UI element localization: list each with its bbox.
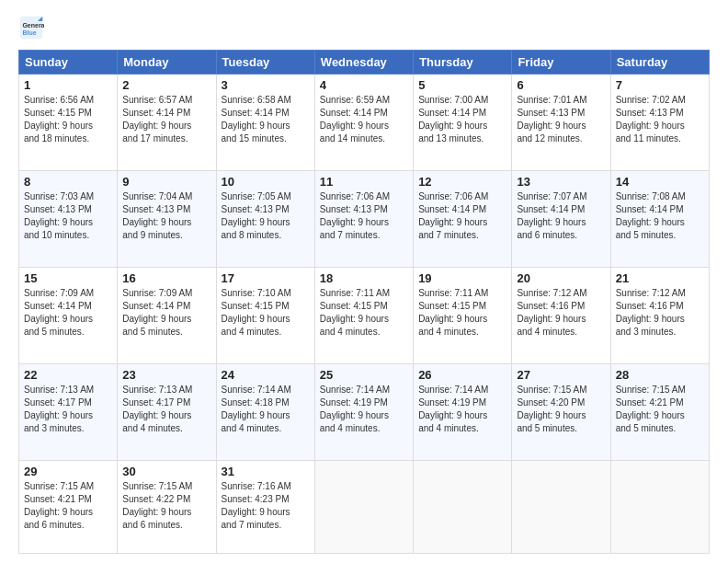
cell-content: Sunrise: 7:14 AM Sunset: 4:19 PM Dayligh… xyxy=(320,384,408,435)
day-number: 11 xyxy=(320,175,408,189)
cell-content: Sunrise: 7:13 AM Sunset: 4:17 PM Dayligh… xyxy=(24,384,112,435)
day-number: 2 xyxy=(122,78,210,92)
weekday-header: Friday xyxy=(512,51,610,75)
cell-content: Sunrise: 6:59 AM Sunset: 4:14 PM Dayligh… xyxy=(320,94,408,145)
cell-content: Sunrise: 7:04 AM Sunset: 4:13 PM Dayligh… xyxy=(122,190,210,242)
day-number: 7 xyxy=(616,78,704,92)
day-number: 8 xyxy=(24,175,112,189)
calendar-week-row: 29Sunrise: 7:15 AM Sunset: 4:21 PM Dayli… xyxy=(19,460,710,553)
svg-text:General: General xyxy=(22,22,44,29)
calendar-header-row: SundayMondayTuesdayWednesdayThursdayFrid… xyxy=(19,51,710,75)
calendar-cell: 24Sunrise: 7:14 AM Sunset: 4:18 PM Dayli… xyxy=(216,363,314,460)
calendar-cell: 28Sunrise: 7:15 AM Sunset: 4:21 PM Dayli… xyxy=(610,363,709,460)
cell-content: Sunrise: 7:06 AM Sunset: 4:14 PM Dayligh… xyxy=(418,190,506,242)
day-number: 21 xyxy=(616,271,704,285)
cell-content: Sunrise: 7:11 AM Sunset: 4:15 PM Dayligh… xyxy=(320,287,408,339)
cell-content: Sunrise: 6:58 AM Sunset: 4:14 PM Dayligh… xyxy=(222,94,310,145)
cell-content: Sunrise: 7:02 AM Sunset: 4:13 PM Dayligh… xyxy=(616,94,704,145)
cell-content: Sunrise: 7:14 AM Sunset: 4:18 PM Dayligh… xyxy=(222,384,310,435)
cell-content: Sunrise: 7:06 AM Sunset: 4:13 PM Dayligh… xyxy=(320,190,408,242)
calendar-cell: 6Sunrise: 7:01 AM Sunset: 4:13 PM Daylig… xyxy=(512,75,610,171)
cell-content: Sunrise: 7:12 AM Sunset: 4:16 PM Dayligh… xyxy=(616,287,704,339)
svg-text:Blue: Blue xyxy=(22,29,36,36)
calendar-cell: 4Sunrise: 6:59 AM Sunset: 4:14 PM Daylig… xyxy=(314,75,413,171)
cell-content: Sunrise: 7:00 AM Sunset: 4:14 PM Dayligh… xyxy=(418,94,506,145)
calendar-cell: 19Sunrise: 7:11 AM Sunset: 4:15 PM Dayli… xyxy=(414,267,512,363)
cell-content: Sunrise: 7:15 AM Sunset: 4:21 PM Dayligh… xyxy=(616,384,704,435)
calendar-week-row: 22Sunrise: 7:13 AM Sunset: 4:17 PM Dayli… xyxy=(19,363,710,460)
calendar-cell: 30Sunrise: 7:15 AM Sunset: 4:22 PM Dayli… xyxy=(118,460,216,553)
calendar-cell: 25Sunrise: 7:14 AM Sunset: 4:19 PM Dayli… xyxy=(314,363,413,460)
day-number: 9 xyxy=(122,175,210,189)
day-number: 30 xyxy=(122,465,210,478)
day-number: 3 xyxy=(222,78,310,92)
calendar-cell: 2Sunrise: 6:57 AM Sunset: 4:14 PM Daylig… xyxy=(118,75,216,171)
cell-content: Sunrise: 7:03 AM Sunset: 4:13 PM Dayligh… xyxy=(24,190,112,242)
cell-content: Sunrise: 7:10 AM Sunset: 4:15 PM Dayligh… xyxy=(222,287,310,339)
calendar-cell: 5Sunrise: 7:00 AM Sunset: 4:14 PM Daylig… xyxy=(414,75,512,171)
calendar-cell: 9Sunrise: 7:04 AM Sunset: 4:13 PM Daylig… xyxy=(118,170,216,267)
weekday-header: Monday xyxy=(118,51,216,75)
weekday-header: Tuesday xyxy=(216,51,314,75)
cell-content: Sunrise: 7:15 AM Sunset: 4:20 PM Dayligh… xyxy=(517,384,605,435)
calendar-cell: 10Sunrise: 7:05 AM Sunset: 4:13 PM Dayli… xyxy=(216,170,314,267)
calendar-cell: 13Sunrise: 7:07 AM Sunset: 4:14 PM Dayli… xyxy=(512,170,610,267)
cell-content: Sunrise: 7:09 AM Sunset: 4:14 PM Dayligh… xyxy=(122,287,210,339)
day-number: 25 xyxy=(320,368,408,382)
day-number: 4 xyxy=(320,78,408,92)
calendar-cell xyxy=(314,460,413,553)
day-number: 29 xyxy=(24,465,112,478)
page: General Blue SundayMondayTuesdayWednesda… xyxy=(0,0,728,563)
cell-content: Sunrise: 7:14 AM Sunset: 4:19 PM Dayligh… xyxy=(418,384,506,435)
day-number: 13 xyxy=(517,175,605,189)
day-number: 10 xyxy=(222,175,310,189)
cell-content: Sunrise: 7:16 AM Sunset: 4:23 PM Dayligh… xyxy=(222,480,310,532)
cell-content: Sunrise: 7:05 AM Sunset: 4:13 PM Dayligh… xyxy=(222,190,310,242)
weekday-header: Saturday xyxy=(610,51,709,75)
calendar-cell: 3Sunrise: 6:58 AM Sunset: 4:14 PM Daylig… xyxy=(216,75,314,171)
calendar-cell: 18Sunrise: 7:11 AM Sunset: 4:15 PM Dayli… xyxy=(314,267,413,363)
logo: General Blue xyxy=(18,15,48,40)
calendar-cell: 1Sunrise: 6:56 AM Sunset: 4:15 PM Daylig… xyxy=(19,75,118,171)
day-number: 26 xyxy=(418,368,506,382)
calendar-cell xyxy=(414,460,512,553)
day-number: 24 xyxy=(222,368,310,382)
day-number: 22 xyxy=(24,368,112,382)
calendar-cell: 29Sunrise: 7:15 AM Sunset: 4:21 PM Dayli… xyxy=(19,460,118,553)
cell-content: Sunrise: 6:56 AM Sunset: 4:15 PM Dayligh… xyxy=(24,94,112,145)
day-number: 31 xyxy=(222,465,310,478)
calendar-cell: 15Sunrise: 7:09 AM Sunset: 4:14 PM Dayli… xyxy=(19,267,118,363)
cell-content: Sunrise: 7:09 AM Sunset: 4:14 PM Dayligh… xyxy=(24,287,112,339)
calendar-cell: 17Sunrise: 7:10 AM Sunset: 4:15 PM Dayli… xyxy=(216,267,314,363)
cell-content: Sunrise: 7:15 AM Sunset: 4:21 PM Dayligh… xyxy=(24,480,112,532)
day-number: 27 xyxy=(517,368,605,382)
calendar-cell: 22Sunrise: 7:13 AM Sunset: 4:17 PM Dayli… xyxy=(19,363,118,460)
day-number: 1 xyxy=(24,78,112,92)
day-number: 5 xyxy=(418,78,506,92)
cell-content: Sunrise: 7:15 AM Sunset: 4:22 PM Dayligh… xyxy=(122,480,210,532)
calendar-cell xyxy=(512,460,610,553)
calendar-cell: 20Sunrise: 7:12 AM Sunset: 4:16 PM Dayli… xyxy=(512,267,610,363)
day-number: 15 xyxy=(24,271,112,285)
calendar-cell: 27Sunrise: 7:15 AM Sunset: 4:20 PM Dayli… xyxy=(512,363,610,460)
weekday-header: Thursday xyxy=(414,51,512,75)
day-number: 6 xyxy=(517,78,605,92)
calendar-cell: 7Sunrise: 7:02 AM Sunset: 4:13 PM Daylig… xyxy=(610,75,709,171)
calendar-cell: 14Sunrise: 7:08 AM Sunset: 4:14 PM Dayli… xyxy=(610,170,709,267)
day-number: 17 xyxy=(222,271,310,285)
calendar-cell: 21Sunrise: 7:12 AM Sunset: 4:16 PM Dayli… xyxy=(610,267,709,363)
cell-content: Sunrise: 6:57 AM Sunset: 4:14 PM Dayligh… xyxy=(122,94,210,145)
cell-content: Sunrise: 7:13 AM Sunset: 4:17 PM Dayligh… xyxy=(122,384,210,435)
calendar-cell: 26Sunrise: 7:14 AM Sunset: 4:19 PM Dayli… xyxy=(414,363,512,460)
cell-content: Sunrise: 7:12 AM Sunset: 4:16 PM Dayligh… xyxy=(517,287,605,339)
day-number: 20 xyxy=(517,271,605,285)
cell-content: Sunrise: 7:07 AM Sunset: 4:14 PM Dayligh… xyxy=(517,190,605,242)
calendar-cell: 11Sunrise: 7:06 AM Sunset: 4:13 PM Dayli… xyxy=(314,170,413,267)
weekday-header: Wednesday xyxy=(314,51,413,75)
cell-content: Sunrise: 7:11 AM Sunset: 4:15 PM Dayligh… xyxy=(418,287,506,339)
cell-content: Sunrise: 7:01 AM Sunset: 4:13 PM Dayligh… xyxy=(517,94,605,145)
calendar-cell: 16Sunrise: 7:09 AM Sunset: 4:14 PM Dayli… xyxy=(118,267,216,363)
calendar-week-row: 1Sunrise: 6:56 AM Sunset: 4:15 PM Daylig… xyxy=(19,75,710,171)
logo-icon: General Blue xyxy=(18,15,44,40)
calendar-cell: 12Sunrise: 7:06 AM Sunset: 4:14 PM Dayli… xyxy=(414,170,512,267)
